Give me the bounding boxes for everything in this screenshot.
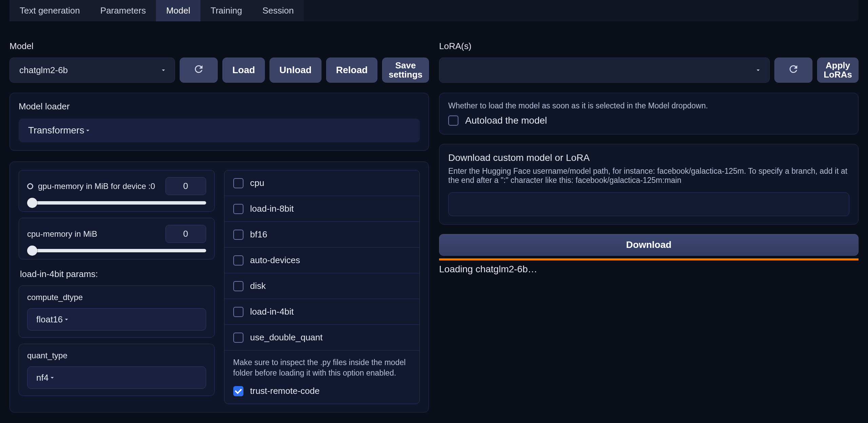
load-in-4bit-label: load-in-4bit	[250, 306, 294, 317]
refresh-loras-button[interactable]	[774, 58, 812, 83]
tab-text-generation[interactable]: Text generation	[9, 0, 90, 21]
quant-type-label: quant_type	[27, 351, 206, 360]
model-loader-label: Model loader	[19, 101, 420, 112]
save-settings-button[interactable]: Savesettings	[382, 58, 429, 83]
quant-type-value: nf4	[36, 373, 48, 383]
params-panel: gpu-memory in MiB for device :0 0 cpu-me…	[9, 162, 429, 413]
cpu-flag-label: cpu	[250, 178, 264, 188]
chevron-down-icon	[84, 127, 92, 134]
cpu-memory-slider[interactable]	[27, 249, 206, 252]
radio-dot-icon	[27, 183, 33, 189]
download-hint: Enter the Hugging Face username/model pa…	[448, 167, 849, 185]
download-panel: Download custom model or LoRA Enter the …	[439, 144, 859, 225]
reload-button[interactable]: Reload	[326, 58, 377, 83]
refresh-icon	[193, 63, 204, 77]
load-in-4bit-title: load-in-4bit params:	[20, 269, 215, 279]
gpu-memory-value[interactable]: 0	[165, 177, 206, 195]
model-loader-select[interactable]: Transformers	[19, 119, 420, 142]
loras-select[interactable]	[439, 58, 770, 83]
quant-type-card: quant_type nf4	[19, 344, 215, 396]
autoload-label: Autoload the model	[465, 115, 547, 126]
trust-remote-code-hint: Make sure to inspect the .py files insid…	[224, 351, 420, 378]
download-button[interactable]: Download	[439, 234, 859, 256]
refresh-models-button[interactable]	[180, 58, 218, 83]
load-in-8bit-checkbox[interactable]	[233, 204, 243, 214]
chevron-down-icon	[160, 66, 167, 74]
unload-button[interactable]: Unload	[270, 58, 321, 83]
disk-checkbox[interactable]	[233, 281, 243, 291]
tab-session[interactable]: Session	[252, 0, 304, 21]
load-button[interactable]: Load	[222, 58, 265, 83]
model-label: Model	[9, 41, 429, 51]
tab-training[interactable]: Training	[200, 0, 252, 21]
compute-dtype-value: float16	[36, 314, 63, 325]
autoload-checkbox[interactable]	[448, 115, 458, 126]
apply-loras-button[interactable]: ApplyLoRAs	[817, 58, 859, 83]
gpu-memory-slider[interactable]	[27, 201, 206, 205]
disk-label: disk	[250, 281, 266, 291]
flags-list: cpu load-in-8bit bf16 auto-devices disk …	[224, 170, 420, 404]
tab-model[interactable]: Model	[156, 0, 200, 21]
download-title: Download custom model or LoRA	[448, 152, 849, 163]
refresh-icon	[788, 63, 799, 77]
model-select[interactable]: chatglm2-6b	[9, 58, 175, 83]
tabs: Text generation Parameters Model Trainin…	[9, 0, 859, 21]
cpu-memory-label: cpu-memory in MiB	[27, 229, 97, 239]
auto-devices-label: auto-devices	[250, 255, 300, 266]
compute-dtype-card: compute_dtype float16	[19, 285, 215, 338]
bf16-checkbox[interactable]	[233, 230, 243, 240]
trust-remote-code-label: trust-remote-code	[250, 386, 320, 396]
load-in-4bit-checkbox[interactable]	[233, 307, 243, 317]
compute-dtype-select[interactable]: float16	[27, 308, 206, 331]
trust-remote-code-checkbox[interactable]	[233, 386, 243, 396]
chevron-down-icon	[48, 374, 56, 381]
model-select-value: chatglm2-6b	[19, 65, 68, 76]
download-input[interactable]	[448, 192, 849, 216]
use-double-quant-label: use_double_quant	[250, 332, 323, 343]
compute-dtype-label: compute_dtype	[27, 293, 206, 302]
status-text: Loading chatglm2-6b…	[439, 264, 859, 275]
gpu-memory-label: gpu-memory in MiB for device :0	[38, 182, 155, 191]
model-loader-value: Transformers	[28, 125, 84, 136]
loras-label: LoRA(s)	[439, 41, 859, 51]
cpu-memory-value[interactable]: 0	[165, 225, 206, 243]
chevron-down-icon	[754, 66, 762, 74]
model-loader-panel: Model loader Transformers	[9, 93, 429, 151]
chevron-down-icon	[63, 316, 70, 323]
cpu-checkbox[interactable]	[233, 178, 243, 188]
tab-parameters[interactable]: Parameters	[90, 0, 156, 21]
gpu-memory-card: gpu-memory in MiB for device :0 0	[19, 170, 215, 212]
autoload-hint: Whether to load the model as soon as it …	[448, 101, 849, 110]
bf16-label: bf16	[250, 229, 268, 240]
use-double-quant-checkbox[interactable]	[233, 333, 243, 343]
loading-progress	[439, 258, 859, 260]
autoload-panel: Whether to load the model as soon as it …	[439, 93, 859, 134]
cpu-memory-card: cpu-memory in MiB 0	[19, 218, 215, 259]
auto-devices-checkbox[interactable]	[233, 255, 243, 266]
load-in-8bit-label: load-in-8bit	[250, 204, 294, 214]
quant-type-select[interactable]: nf4	[27, 366, 206, 389]
